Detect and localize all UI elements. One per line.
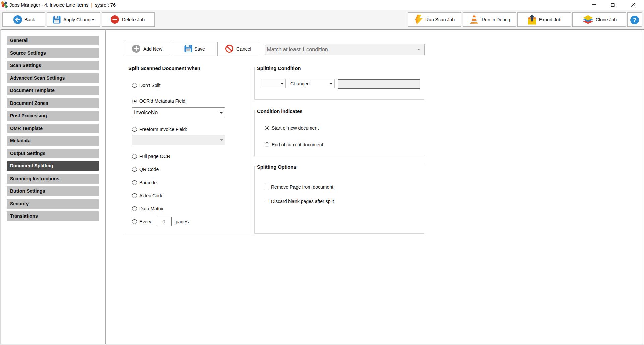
- svg-text:?: ?: [633, 17, 636, 23]
